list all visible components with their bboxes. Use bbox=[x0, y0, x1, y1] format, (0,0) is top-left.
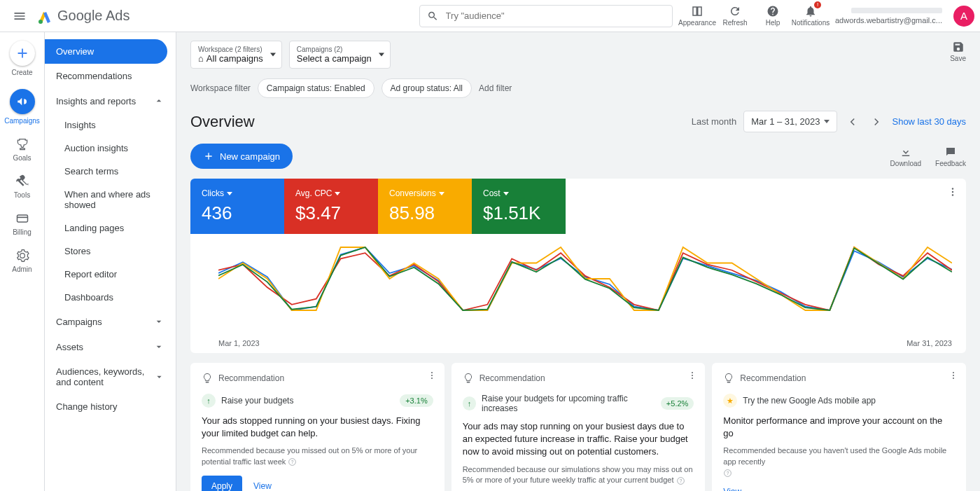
view-link[interactable]: View bbox=[723, 487, 741, 491]
plus-icon bbox=[203, 151, 214, 162]
new-campaign-button[interactable]: New campaign bbox=[190, 144, 293, 169]
recommendation-card-1: Recommendation ↑Raise your budgets +3.1%… bbox=[190, 363, 444, 491]
metric-conversions[interactable]: Conversions 85.98 bbox=[378, 179, 472, 234]
rec-desc: Recommended because our simulations show… bbox=[463, 464, 694, 486]
performance-chart bbox=[190, 234, 966, 339]
sidebar-item-insights-reports[interactable]: Insights and reports bbox=[45, 88, 176, 113]
chevron-down-icon bbox=[154, 371, 164, 382]
campaigns-fab[interactable] bbox=[10, 89, 35, 114]
google-ads-logo-icon bbox=[36, 8, 53, 25]
header-bar: Google Ads Appearance Refresh Help ! Not… bbox=[0, 0, 980, 32]
rec-title: Your ads may stop running on your busies… bbox=[463, 420, 694, 459]
svg-rect-1 bbox=[17, 215, 27, 222]
svg-point-4 bbox=[952, 191, 953, 193]
chart-start-date: Mar 1, 2023 bbox=[218, 339, 260, 347]
add-filter-button[interactable]: Add filter bbox=[479, 83, 512, 93]
campaign-selector[interactable]: Campaigns (2) Select a campaign bbox=[289, 41, 391, 69]
notifications-button[interactable]: ! Notifications bbox=[792, 0, 830, 32]
svg-point-8 bbox=[431, 378, 433, 379]
card-more-icon[interactable] bbox=[426, 370, 438, 383]
help-button[interactable]: Help bbox=[754, 0, 792, 32]
sidebar-sub-report-editor[interactable]: Report editor bbox=[45, 263, 176, 286]
sidebar-item-campaigns[interactable]: Campaigns bbox=[45, 309, 176, 334]
download-button[interactable]: Download bbox=[890, 146, 921, 167]
svg-point-11 bbox=[692, 372, 693, 373]
sidebar-sub-insights[interactable]: Insights bbox=[45, 113, 176, 137]
budget-up-icon: ↑ bbox=[463, 396, 476, 410]
card-more-icon[interactable] bbox=[948, 370, 959, 383]
metric-avg-cpc[interactable]: Avg. CPC $3.47 bbox=[284, 179, 378, 234]
chevron-down-icon bbox=[270, 53, 276, 57]
feedback-icon bbox=[944, 146, 957, 158]
rail-goals[interactable]: Goals bbox=[0, 137, 44, 162]
apply-button[interactable]: Apply bbox=[202, 476, 242, 491]
svg-point-16 bbox=[953, 372, 954, 373]
download-icon bbox=[899, 146, 912, 158]
budget-up-icon: ↑ bbox=[202, 394, 216, 408]
save-button[interactable]: Save bbox=[950, 41, 966, 62]
avatar[interactable]: A bbox=[953, 6, 974, 27]
sidebar-item-assets[interactable]: Assets bbox=[45, 334, 176, 359]
account-info[interactable]: adwords.webartistry@gmail.c... bbox=[835, 8, 942, 25]
lightbulb-icon bbox=[463, 373, 474, 384]
filter-chip-campaign-status[interactable]: Campaign status: Enabled bbox=[258, 78, 374, 98]
rail-billing[interactable]: Billing bbox=[0, 212, 44, 236]
sidebar-item-audiences[interactable]: Audiences, keywords, and content bbox=[45, 359, 176, 394]
workspace-selector[interactable]: Workspace (2 filters) ⌂All campaigns bbox=[190, 41, 282, 69]
help-icon[interactable]: ? bbox=[676, 476, 685, 485]
help-icon[interactable]: ? bbox=[288, 457, 297, 466]
rail-campaigns[interactable]: Campaigns bbox=[0, 89, 44, 125]
appearance-button[interactable]: Appearance bbox=[678, 0, 716, 32]
search-icon bbox=[427, 10, 439, 22]
sidebar-sub-dashboards[interactable]: Dashboards bbox=[45, 286, 176, 309]
date-next-button[interactable] bbox=[868, 113, 885, 130]
lightbulb-icon bbox=[202, 373, 213, 384]
pct-badge: +3.1% bbox=[400, 394, 433, 407]
recommendation-card-3: Recommendation ★Try the new Google Ads m… bbox=[712, 363, 966, 491]
view-link[interactable]: View bbox=[253, 481, 272, 491]
date-prev-button[interactable] bbox=[844, 113, 861, 130]
sidebar-sub-when-where[interactable]: When and where ads showed bbox=[45, 183, 176, 216]
sidebar-sub-landing[interactable]: Landing pages bbox=[45, 216, 176, 240]
filter-chip-adgroup-status[interactable]: Ad group status: All bbox=[382, 78, 472, 98]
refresh-button[interactable]: Refresh bbox=[716, 0, 754, 32]
rail-create[interactable]: Create bbox=[0, 41, 44, 76]
search-box[interactable] bbox=[419, 5, 673, 27]
notification-badge: ! bbox=[814, 1, 821, 8]
pct-badge: +5.2% bbox=[661, 397, 694, 410]
feedback-button[interactable]: Feedback bbox=[935, 146, 966, 167]
card-more-icon[interactable] bbox=[687, 370, 698, 383]
svg-point-18 bbox=[953, 378, 954, 379]
sidebar-sub-stores[interactable]: Stores bbox=[45, 240, 176, 263]
create-fab[interactable] bbox=[10, 41, 35, 66]
svg-rect-2 bbox=[17, 217, 27, 219]
megaphone-icon bbox=[16, 95, 29, 108]
help-icon bbox=[766, 5, 779, 18]
menu-icon[interactable] bbox=[6, 2, 34, 30]
svg-point-17 bbox=[953, 375, 954, 376]
app-icon: ★ bbox=[723, 394, 737, 408]
rec-desc: Recommended because you haven't used the… bbox=[723, 445, 955, 478]
sidebar-sub-search-terms[interactable]: Search terms bbox=[45, 160, 176, 183]
search-input[interactable] bbox=[446, 11, 665, 21]
sidebar-item-recommendations[interactable]: Recommendations bbox=[45, 64, 176, 88]
sidebar-sub-auction[interactable]: Auction insights bbox=[45, 137, 176, 160]
rail-admin[interactable]: Admin bbox=[0, 249, 44, 273]
chart-end-date: Mar 31, 2023 bbox=[906, 339, 952, 347]
sidebar-item-overview[interactable]: Overview bbox=[45, 39, 167, 64]
rec-title: Your ads stopped running on your busiest… bbox=[202, 415, 433, 440]
card-more-icon[interactable] bbox=[946, 186, 959, 200]
metric-clicks[interactable]: Clicks 436 bbox=[190, 179, 284, 234]
help-icon[interactable]: ? bbox=[723, 469, 732, 478]
chevron-down-icon bbox=[824, 120, 830, 123]
show-last-30-link[interactable]: Show last 30 days bbox=[892, 116, 966, 127]
svg-point-5 bbox=[952, 194, 953, 195]
rail-tools[interactable]: Tools bbox=[0, 174, 44, 199]
date-range-picker[interactable]: Mar 1 – 31, 2023 bbox=[743, 111, 837, 132]
svg-text:?: ? bbox=[727, 470, 729, 475]
scorecard: Clicks 436 Avg. CPC $3.47 Conversions 85… bbox=[190, 179, 966, 353]
recommendation-card-2: Recommendation ↑Raise your budgets for u… bbox=[451, 363, 706, 491]
svg-text:?: ? bbox=[291, 459, 294, 464]
sidebar-item-change-history[interactable]: Change history bbox=[45, 394, 176, 419]
metric-cost[interactable]: Cost $1.51K bbox=[472, 179, 566, 234]
